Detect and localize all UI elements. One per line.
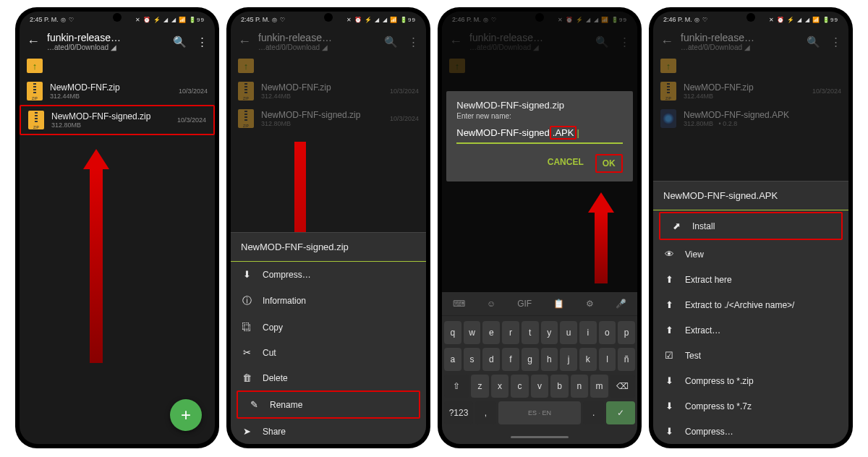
- sheet-title: NewMOD-FNF-signed.APK: [653, 181, 848, 210]
- status-bar: 2:46 P. M.◎ ♡ ✕ ⏰ ⚡ ◢ ◢ 📶 🔋99: [653, 12, 848, 27]
- menu-install-highlighted[interactable]: ⬈Install: [659, 212, 843, 240]
- menu-delete[interactable]: 🗑Delete: [231, 365, 426, 390]
- ok-button-highlighted[interactable]: OK: [595, 154, 623, 173]
- search-icon[interactable]: 🔍: [384, 35, 398, 48]
- soft-keyboard[interactable]: ⌨☺GIF📋⚙🎤 qwertyuiop asdfghjklñ ⇧ zxcvbnm…: [442, 292, 637, 444]
- phone-screenshot-2: 2:45 P. M.◎ ♡ ✕ ⏰ ⚡ ◢ ◢ 📶 🔋99 ← funkin-r…: [226, 7, 430, 448]
- dialog-subtitle: Enter new name:: [456, 112, 623, 120]
- file-name: NewMOD-FNF-signed.zip: [51, 111, 170, 121]
- compress-icon: ⬇: [663, 401, 675, 411]
- annotation-arrow: [588, 192, 614, 213]
- apk-icon: [660, 109, 676, 128]
- file-date: 10/3/2024: [177, 116, 206, 124]
- file-row[interactable]: ZIP NewMOD-FNF.zip 312.44MB 10/3/2024: [20, 77, 215, 105]
- menu-compress[interactable]: ⬇Compress…: [653, 419, 848, 444]
- zip-icon: ZIP: [28, 111, 44, 129]
- key-symbols[interactable]: ?123: [444, 401, 473, 424]
- download-icon: ⬇: [241, 269, 252, 280]
- extension-highlight: .APK: [550, 126, 577, 140]
- extract-icon: ⬆: [663, 325, 675, 336]
- share-icon: ➤: [241, 426, 252, 437]
- menu-view[interactable]: 👁View: [653, 242, 848, 267]
- menu-compress-7z[interactable]: ⬇Compress to *.7z: [653, 393, 848, 419]
- compress-icon: ⬇: [663, 426, 675, 437]
- key-backspace[interactable]: ⌫: [610, 375, 635, 398]
- menu-extract-here[interactable]: ⬆Extract here: [653, 267, 848, 292]
- file-name: NewMOD-FNF.zip: [50, 82, 171, 93]
- key-enter[interactable]: ✓: [606, 401, 635, 424]
- info-icon: ⓘ: [241, 294, 252, 307]
- open-external-icon: ⬈: [671, 221, 682, 231]
- eye-icon: 👁: [663, 249, 675, 260]
- rename-input[interactable]: NewMOD-FNF-signed.APK|: [456, 126, 623, 144]
- phone-screenshot-1: 2:45 P. M.◎ ♡ ✕ ⏰ ⚡ ◢ ◢ 📶 🔋99 ← funkin-r…: [15, 7, 219, 448]
- phone-screenshot-3: 2:46 P. M.◎ ♡ ✕ ⏰ ⚡ ◢ ◢ 📶 🔋99 ← funkin-r…: [438, 7, 642, 448]
- keyboard-toolbar: ⌨☺GIF📋⚙🎤: [442, 292, 637, 316]
- file-size: 312.80MB: [51, 121, 170, 129]
- app-header: ← funkin-release… …ated/0/Download ◢ 🔍 ⋮: [20, 27, 215, 54]
- back-icon[interactable]: ←: [27, 34, 40, 49]
- annotation-arrow-shaft: [90, 168, 103, 363]
- annotation-arrow: [83, 149, 109, 169]
- status-bar: 2:45 P. M.◎ ♡ ✕ ⏰ ⚡ ◢ ◢ 📶 🔋99: [20, 12, 215, 27]
- apk-context-menu-sheet: NewMOD-FNF-signed.APK ⬈Install 👁View ⬆Ex…: [653, 181, 848, 444]
- file-size: 312.44MB: [50, 93, 171, 100]
- file-row-highlighted[interactable]: ZIP NewMOD-FNF-signed.zip 312.80MB 10/3/…: [20, 105, 215, 135]
- pencil-icon: ✎: [248, 399, 260, 410]
- zip-icon: ZIP: [27, 82, 43, 101]
- cancel-button[interactable]: CANCEL: [542, 154, 590, 173]
- search-icon[interactable]: 🔍: [173, 35, 187, 48]
- menu-extract[interactable]: ⬆Extract…: [653, 317, 848, 343]
- menu-cut[interactable]: ✂Cut: [231, 340, 426, 365]
- key-q[interactable]: q: [444, 321, 461, 344]
- key-shift[interactable]: ⇧: [444, 375, 469, 398]
- menu-information[interactable]: ⓘInformation: [231, 287, 426, 315]
- fab-add-button[interactable]: +: [170, 399, 202, 431]
- back-icon[interactable]: ←: [238, 34, 251, 49]
- status-bar: 2:45 P. M.◎ ♡ ✕ ⏰ ⚡ ◢ ◢ 📶 🔋99: [231, 12, 426, 27]
- dialog-title: NewMOD-FNF-signed.zip: [456, 100, 623, 111]
- extract-icon: ⬆: [663, 274, 675, 285]
- menu-test[interactable]: ☑Test: [653, 343, 848, 368]
- menu-rename-highlighted[interactable]: ✎Rename: [237, 390, 420, 419]
- menu-compress[interactable]: ⬇Compress…: [231, 262, 426, 287]
- menu-icon[interactable]: ⋮: [408, 35, 419, 48]
- context-menu-sheet: NewMOD-FNF-signed.zip ⬇Compress… ⓘInform…: [231, 232, 426, 444]
- annotation-arrow-shaft: [595, 211, 608, 283]
- extract-icon: ⬆: [663, 299, 675, 310]
- key-space[interactable]: ES · EN: [498, 401, 582, 424]
- check-icon: ☑: [663, 350, 675, 361]
- header-title: funkin-release…: [47, 32, 166, 43]
- menu-copy[interactable]: ⿻Copy: [231, 315, 426, 340]
- sheet-title: NewMOD-FNF-signed.zip: [231, 233, 426, 262]
- menu-share[interactable]: ➤Share: [231, 419, 426, 444]
- menu-extract-named[interactable]: ⬆Extract to ./<Archive name>/: [653, 292, 848, 317]
- compress-icon: ⬇: [663, 375, 675, 386]
- menu-compress-zip[interactable]: ⬇Compress to *.zip: [653, 368, 848, 393]
- phone-screenshot-4: 2:46 P. M.◎ ♡ ✕ ⏰ ⚡ ◢ ◢ 📶 🔋99 ← funkin-r…: [649, 7, 853, 448]
- copy-icon: ⿻: [241, 322, 252, 333]
- file-date: 10/3/2024: [179, 87, 208, 95]
- rename-dialog: NewMOD-FNF-signed.zip Enter new name: Ne…: [446, 91, 633, 181]
- trash-icon: 🗑: [241, 372, 252, 383]
- menu-icon[interactable]: ⋮: [197, 35, 208, 48]
- header-path[interactable]: …ated/0/Download ◢: [47, 43, 166, 51]
- folder-up[interactable]: ↑: [20, 54, 215, 77]
- cut-icon: ✂: [241, 347, 252, 358]
